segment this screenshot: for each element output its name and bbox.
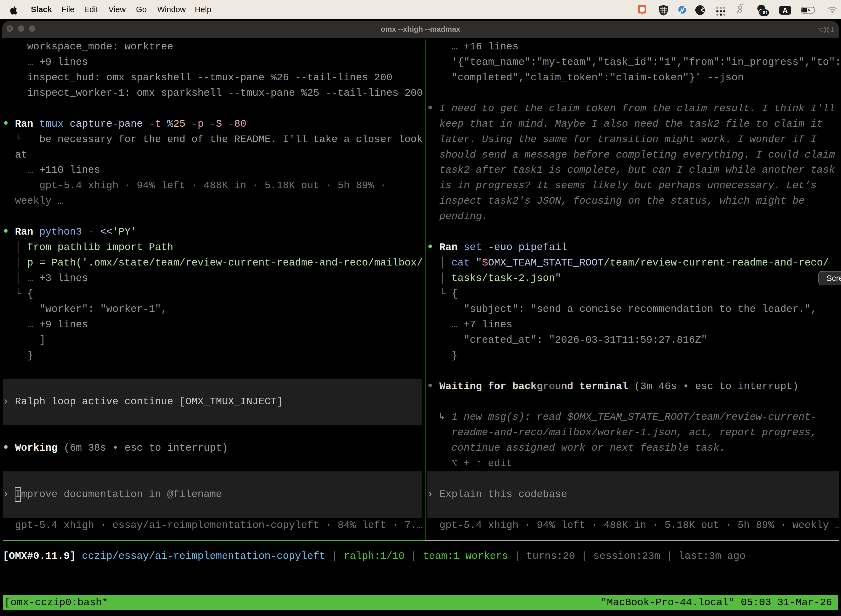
svg-text:..61: ..61 [760, 10, 768, 15]
